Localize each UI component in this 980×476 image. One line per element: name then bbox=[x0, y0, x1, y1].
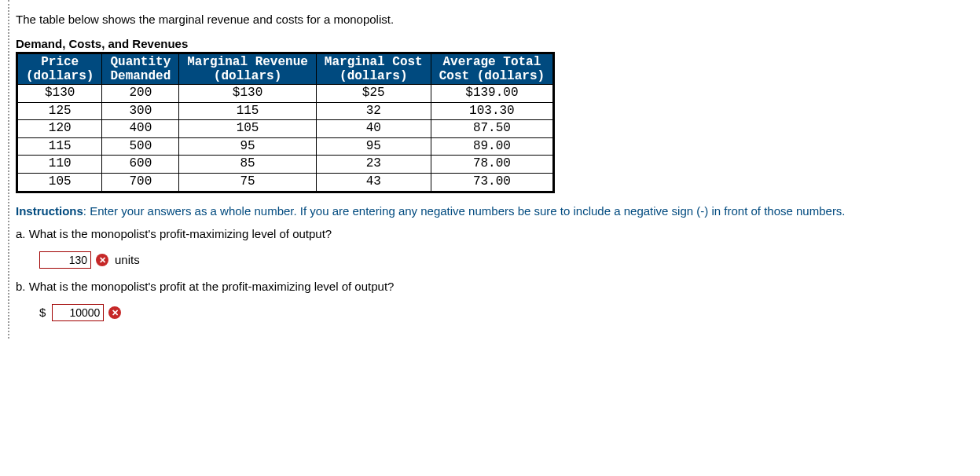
table-header-row: Price(dollars) QuantityDemanded Marginal… bbox=[17, 53, 554, 85]
answer-b-input[interactable] bbox=[52, 304, 104, 321]
table-row: 110 600 85 23 78.00 bbox=[17, 156, 554, 174]
incorrect-icon: ✕ bbox=[108, 306, 121, 319]
col-mr: Marginal Revenue(dollars) bbox=[179, 53, 317, 85]
answer-a-row: ✕ units bbox=[39, 251, 974, 269]
answer-b-row: $ ✕ bbox=[39, 304, 974, 321]
incorrect-icon: ✕ bbox=[96, 254, 108, 266]
col-quantity: QuantityDemanded bbox=[102, 53, 179, 85]
col-mc: Marginal Cost(dollars) bbox=[316, 53, 431, 85]
col-price: Price(dollars) bbox=[17, 53, 102, 85]
data-table: Price(dollars) QuantityDemanded Marginal… bbox=[16, 52, 555, 193]
table-title: Demand, Costs, and Revenues bbox=[16, 37, 974, 50]
intro-text: The table below shows the marginal reven… bbox=[16, 13, 974, 26]
table-row: 120 400 105 40 87.50 bbox=[17, 120, 554, 138]
table-row: 105 700 75 43 73.00 bbox=[17, 173, 554, 192]
col-atc: Average TotalCost (dollars) bbox=[431, 53, 553, 85]
table-row: $130 200 $130 $25 $139.00 bbox=[17, 85, 554, 103]
answer-a-input[interactable] bbox=[39, 251, 91, 269]
question-a-text: a. What is the monopolist's profit-maxim… bbox=[16, 227, 974, 240]
instructions-text: : Enter your answers as a whole number. … bbox=[83, 204, 846, 218]
table-row: 125 300 115 32 103.30 bbox=[17, 102, 554, 120]
currency-symbol: $ bbox=[39, 306, 46, 319]
instructions-label: Instructions bbox=[16, 204, 83, 218]
question-b-text: b. What is the monopolist's profit at th… bbox=[16, 280, 974, 293]
answer-a-units: units bbox=[115, 253, 140, 266]
table-row: 115 500 95 95 89.00 bbox=[17, 137, 554, 156]
instructions: Instructions: Enter your answers as a wh… bbox=[16, 204, 974, 218]
